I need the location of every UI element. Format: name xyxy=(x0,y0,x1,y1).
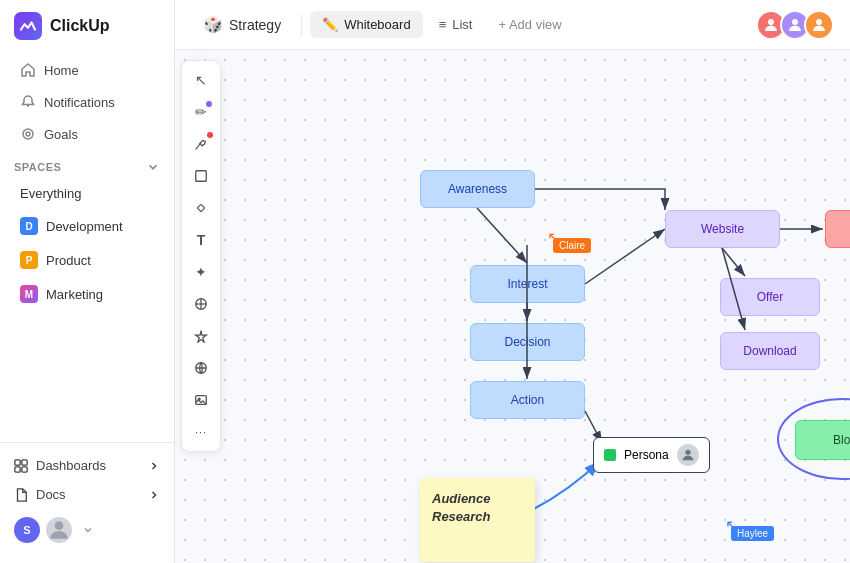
sidebar-item-docs[interactable]: Docs xyxy=(0,480,174,509)
sidebar-goals-label: Goals xyxy=(44,127,78,142)
connector-icon xyxy=(194,201,208,215)
list-tab-icon: ≡ xyxy=(439,17,447,32)
list-tab-label: List xyxy=(452,17,472,32)
svg-rect-5 xyxy=(15,466,20,471)
svg-point-10 xyxy=(816,19,822,25)
svg-point-9 xyxy=(792,19,798,25)
svg-line-22 xyxy=(585,229,665,284)
sidebar-home-label: Home xyxy=(44,63,79,78)
spaces-collapse-icon[interactable] xyxy=(146,160,160,174)
svg-rect-12 xyxy=(197,204,204,211)
svg-line-26 xyxy=(722,248,745,276)
svg-rect-6 xyxy=(22,466,27,471)
node-blog[interactable]: Blog xyxy=(795,420,850,460)
sidebar-product-label: Product xyxy=(46,253,91,268)
cursor-haylee: Haylee xyxy=(731,526,774,541)
sidebar-notifications-label: Notifications xyxy=(44,95,115,110)
clickup-logo-icon xyxy=(14,12,42,40)
node-download[interactable]: Download xyxy=(720,332,820,370)
docs-icon xyxy=(14,488,28,502)
toolbar-left: ↖ ✏ T ✦ xyxy=(181,60,221,452)
user-photo xyxy=(46,517,72,543)
tool-select[interactable]: ↖ xyxy=(186,65,216,95)
header-divider xyxy=(301,15,302,35)
sticky-audience-research[interactable]: AudienceResearch xyxy=(420,478,535,562)
tool-globe[interactable] xyxy=(186,353,216,383)
dashboards-icon xyxy=(14,459,28,473)
sidebar-item-home[interactable]: Home xyxy=(6,55,168,85)
persona-label: Persona xyxy=(624,448,669,462)
globe-icon xyxy=(194,361,208,375)
node-decision[interactable]: Decision xyxy=(470,323,585,361)
sidebar-development-label: Development xyxy=(46,219,123,234)
app-name: ClickUp xyxy=(50,17,110,35)
sidebar-item-goals[interactable]: Goals xyxy=(6,119,168,149)
user-profile-row[interactable]: S xyxy=(0,509,174,551)
header-right xyxy=(756,10,834,40)
sidebar-item-development[interactable]: D Development xyxy=(6,210,168,242)
tab-whiteboard[interactable]: ✏️ Whiteboard xyxy=(310,11,422,38)
collab-avatar-3 xyxy=(804,10,834,40)
mind-icon xyxy=(194,297,208,311)
brush-dot xyxy=(207,132,213,138)
product-badge: P xyxy=(20,251,38,269)
bell-icon xyxy=(20,94,36,110)
svg-point-8 xyxy=(768,19,774,25)
svg-point-7 xyxy=(55,521,64,530)
sidebar-everything-label: Everything xyxy=(20,186,81,201)
sidebar-item-notifications[interactable]: Notifications xyxy=(6,87,168,117)
logo: ClickUp xyxy=(0,12,174,54)
whiteboard-tab-label: Whiteboard xyxy=(344,17,410,32)
tool-connector[interactable] xyxy=(186,193,216,223)
tab-list[interactable]: ≡ List xyxy=(427,11,485,38)
tool-sparkle[interactable] xyxy=(186,321,216,351)
add-view-button[interactable]: + Add view xyxy=(488,11,571,38)
node-awareness[interactable]: Awareness xyxy=(420,170,535,208)
tool-more[interactable]: ··· xyxy=(186,417,216,447)
collaborator-avatars xyxy=(756,10,834,40)
sidebar-item-product[interactable]: P Product xyxy=(6,244,168,276)
sidebar-item-everything[interactable]: Everything xyxy=(6,179,168,208)
add-view-label: + Add view xyxy=(498,17,561,32)
persona-green-dot xyxy=(604,449,616,461)
svg-point-30 xyxy=(685,450,690,455)
brush-icon xyxy=(194,137,208,151)
sidebar-item-dashboards[interactable]: Dashboards xyxy=(0,451,174,480)
spaces-section-label: Spaces xyxy=(0,150,174,178)
goals-icon xyxy=(20,126,36,142)
node-website[interactable]: Website xyxy=(665,210,780,248)
persona-avatar xyxy=(677,444,699,466)
node-interest[interactable]: Interest xyxy=(470,265,585,303)
sidebar-item-marketing[interactable]: M Marketing xyxy=(6,278,168,310)
marketing-badge: M xyxy=(20,285,38,303)
sidebar-docs-label: Docs xyxy=(36,487,66,502)
user-photo-icon xyxy=(46,517,72,543)
svg-rect-11 xyxy=(196,171,207,182)
svg-line-21 xyxy=(477,208,527,263)
whiteboard-canvas[interactable]: ↖ ✏ T ✦ xyxy=(175,50,850,563)
sidebar-bottom: Dashboards Docs S xyxy=(0,442,174,551)
tool-shape[interactable] xyxy=(186,161,216,191)
tool-mind[interactable] xyxy=(186,289,216,319)
user-avatar: S xyxy=(14,517,40,543)
node-persona[interactable]: Persona xyxy=(593,437,710,473)
image-icon xyxy=(194,393,208,407)
whiteboard-tab-icon: ✏️ xyxy=(322,17,338,32)
tool-brush[interactable] xyxy=(186,129,216,159)
tool-text[interactable]: T xyxy=(186,225,216,255)
cursor-arrow-haylee: ↖ xyxy=(725,516,738,535)
node-action[interactable]: Action xyxy=(470,381,585,419)
sparkle-icon xyxy=(194,329,208,343)
tool-pen[interactable]: ✏ xyxy=(186,97,216,127)
user-menu-icon xyxy=(82,524,94,536)
cursor-claire: Claire xyxy=(553,238,591,253)
home-icon xyxy=(20,62,36,78)
node-offer[interactable]: Offer xyxy=(720,278,820,316)
svg-point-2 xyxy=(26,132,30,136)
tool-image[interactable] xyxy=(186,385,216,415)
sidebar-dashboards-label: Dashboards xyxy=(36,458,106,473)
shape-icon xyxy=(194,169,208,183)
sidebar-marketing-label: Marketing xyxy=(46,287,103,302)
tool-magic[interactable]: ✦ xyxy=(186,257,216,287)
node-homepage[interactable]: Homepage xyxy=(825,210,850,248)
